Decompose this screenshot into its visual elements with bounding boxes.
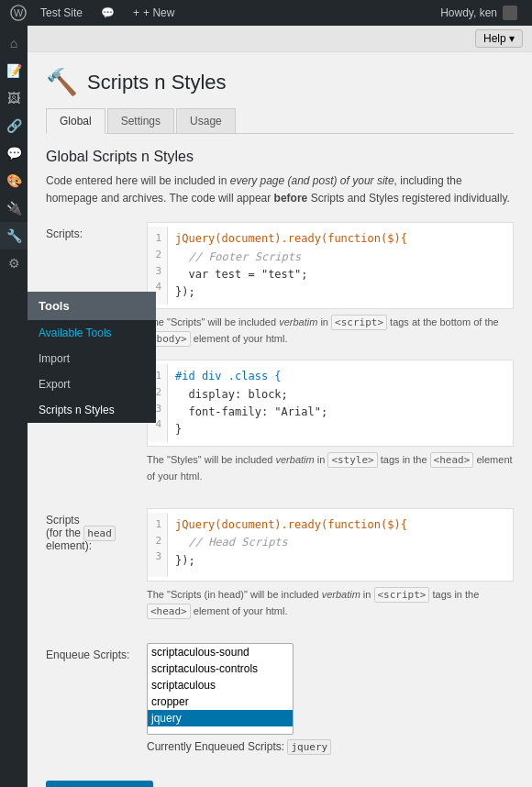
section-description: Code entered here will be included in ev… [46, 172, 514, 207]
page-title-row: 🔨 Scripts n Styles [46, 67, 514, 97]
sidebar-item-media[interactable]: 🖼 [0, 84, 28, 112]
save-button[interactable]: Save Changes [46, 781, 153, 787]
tab-global[interactable]: Global [46, 108, 105, 134]
head-scripts-editor[interactable]: 123 jQuery(document).ready(function($){ … [147, 508, 514, 582]
enqueue-form-row: Enqueue Scripts: scriptaculous-sound scr… [46, 643, 514, 753]
sidebar-item-appearance[interactable]: 🎨 [0, 167, 28, 194]
enqueue-scripts-list[interactable]: scriptaculous-sound scriptaculous-contro… [147, 643, 294, 735]
sidebar-item-tools[interactable]: 🔧 [0, 222, 28, 249]
sidebar-item-settings[interactable]: ⚙ [0, 249, 28, 277]
enqueue-option-4[interactable]: cropper [148, 693, 293, 710]
flyout-import[interactable]: Import [28, 346, 156, 371]
enqueue-label: Enqueue Scripts: [46, 643, 147, 753]
sidebar-item-dashboard[interactable]: ⌂ [0, 29, 28, 57]
tab-settings[interactable]: Settings [107, 108, 174, 133]
flyout-menu: Tools Available Tools Import Export Scri… [28, 292, 156, 423]
scripts-field: 1234 jQuery(document).ready(function($){… [147, 222, 514, 347]
tab-usage[interactable]: Usage [176, 108, 236, 133]
page-title-icon: 🔨 [46, 67, 78, 97]
sidebar-item-links[interactable]: 🔗 [0, 112, 28, 139]
styles-code[interactable]: #id div .class { display: block; font-fa… [168, 364, 513, 442]
head-scripts-field: 123 jQuery(document).ready(function($){ … [147, 508, 514, 619]
comments-icon[interactable]: 💬 [92, 0, 124, 26]
sidebar-item-posts[interactable]: 📝 [0, 57, 28, 84]
head-scripts-code[interactable]: jQuery(document).ready(function($){ // H… [168, 513, 513, 577]
new-content[interactable]: + + New [124, 0, 183, 26]
new-label: + New [143, 6, 174, 19]
admin-bar: W Test Site 💬 + + New Howdy, ken [0, 0, 532, 26]
sidebar-item-plugins[interactable]: 🔌 [0, 194, 28, 222]
help-button[interactable]: Help ▾ [475, 29, 523, 48]
wp-logo[interactable]: W [6, 0, 31, 26]
tabs-row: Global Settings Usage [46, 108, 514, 134]
sidebar: ⌂ 📝 🖼 🔗 💬 🎨 🔌 🔧 ⚙ ◀ Tools Available Tool… [0, 26, 28, 787]
scripts-code[interactable]: jQuery(document).ready(function($){ // F… [168, 227, 513, 305]
page-title: Scripts n Styles [87, 71, 227, 94]
currently-enqueued: Currently Enqueued Scripts: jquery [147, 740, 514, 753]
plus-icon: + [133, 6, 139, 19]
flyout-export[interactable]: Export [28, 371, 156, 397]
flyout-scripts-n-styles[interactable]: Scripts n Styles [28, 397, 156, 423]
enqueue-option-1[interactable]: scriptaculous-sound [148, 644, 293, 660]
head-scripts-line-numbers: 123 [148, 513, 168, 577]
enqueue-field: scriptaculous-sound scriptaculous-contro… [147, 643, 514, 753]
styles-field: 1234 #id div .class { display: block; fo… [147, 360, 514, 484]
styles-editor[interactable]: 1234 #id div .class { display: block; fo… [147, 360, 514, 447]
head-scripts-note: The "Scripts (in head)" will be included… [147, 587, 514, 619]
head-scripts-label: Scripts(for the head element): [46, 508, 147, 619]
site-name[interactable]: Test Site [31, 0, 92, 26]
flyout-available-tools[interactable]: Available Tools [28, 320, 156, 346]
flyout-header: Tools [28, 292, 156, 320]
section-title: Global Scripts n Styles [46, 149, 514, 165]
scripts-note: The "Scripts" will be included verbatim … [147, 315, 514, 347]
enqueue-select-wrapper: scriptaculous-sound scriptaculous-contro… [147, 643, 514, 735]
svg-text:W: W [14, 7, 24, 18]
avatar [503, 6, 517, 20]
enqueue-option-2[interactable]: scriptaculous-controls [148, 660, 293, 677]
head-scripts-form-row: Scripts(for the head element): 123 jQuer… [46, 508, 514, 619]
sidebar-item-comments[interactable]: 💬 [0, 139, 28, 167]
styles-note: The "Styles" will be included verbatim i… [147, 452, 514, 484]
enqueue-option-3[interactable]: scriptaculous [148, 677, 293, 693]
scripts-editor[interactable]: 1234 jQuery(document).ready(function($){… [147, 222, 514, 309]
help-bar: Help ▾ [28, 26, 532, 52]
howdy-text[interactable]: Howdy, ken [431, 6, 526, 20]
enqueue-option-5[interactable]: jquery [148, 710, 293, 726]
